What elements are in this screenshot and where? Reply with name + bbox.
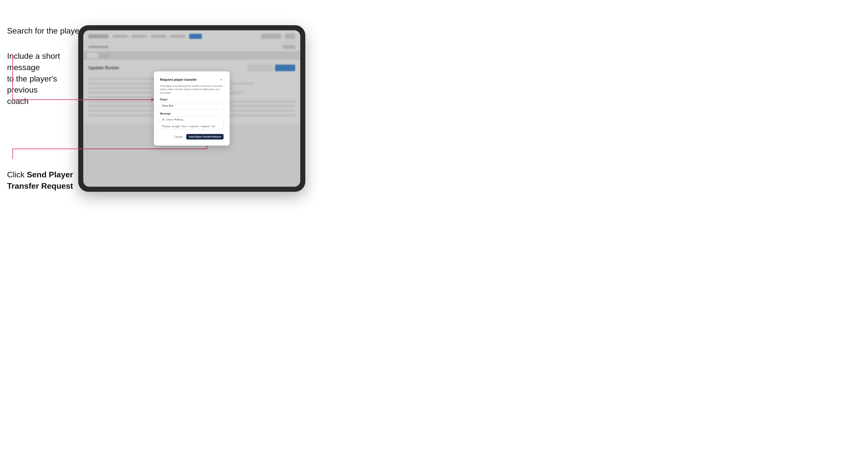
annotation-search-text: Search for the player. <box>7 25 84 37</box>
player-label: Player <box>160 98 223 101</box>
message-textarea[interactable]: Hi Coach McHarg, Please accept this tran… <box>160 116 223 129</box>
modal-actions: Cancel Send Player Transfer Request <box>160 134 223 139</box>
tablet-screen: Update Roster <box>83 30 300 187</box>
request-transfer-modal: Request player transfer × If the player … <box>154 71 229 146</box>
cancel-button[interactable]: Cancel <box>172 134 184 139</box>
annotation-click-bold: Send PlayerTransfer Request <box>7 170 73 190</box>
annotation-message-text: Include a short messageto the player's p… <box>7 51 88 107</box>
send-transfer-button[interactable]: Send Player Transfer Request <box>186 134 223 139</box>
modal-header: Request player transfer × <box>160 77 223 82</box>
tablet-device: Update Roster <box>78 25 305 192</box>
player-input[interactable] <box>160 102 223 109</box>
modal-description: If the player is transferring from anoth… <box>160 85 223 95</box>
modal-overlay: Request player transfer × If the player … <box>83 30 300 187</box>
modal-title: Request player transfer <box>160 78 196 82</box>
message-label: Message <box>160 112 223 115</box>
modal-close-button[interactable]: × <box>219 77 223 82</box>
annotation-click-text: Click Send PlayerTransfer Request <box>7 169 78 192</box>
